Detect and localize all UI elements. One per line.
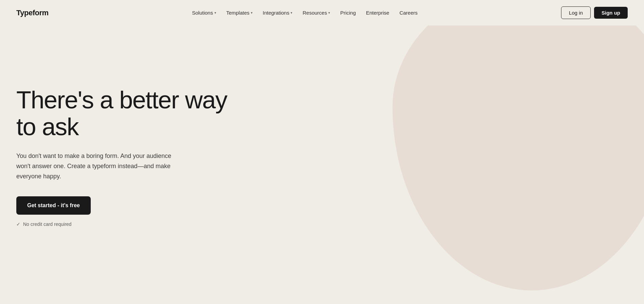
signup-button[interactable]: Sign up xyxy=(594,7,628,19)
no-credit-card-notice: ✓ No credit card required xyxy=(16,221,228,227)
checkmark-icon: ✓ xyxy=(16,221,20,227)
nav-item-careers[interactable]: Careers xyxy=(395,7,421,18)
nav-item-pricing[interactable]: Pricing xyxy=(336,7,360,18)
brand-logo[interactable]: Typeform xyxy=(16,8,49,17)
chevron-down-icon: ▾ xyxy=(328,11,330,15)
chevron-down-icon: ▾ xyxy=(291,11,292,15)
hero-subtext: You don't want to make a boring form. An… xyxy=(16,151,186,181)
navbar-actions: Log in Sign up xyxy=(561,6,628,19)
hero-headline: There's a better way to ask xyxy=(16,87,228,140)
navbar: Typeform Solutions ▾ Templates ▾ Integra… xyxy=(0,0,644,25)
nav-item-enterprise[interactable]: Enterprise xyxy=(362,7,393,18)
nav-item-templates[interactable]: Templates ▾ xyxy=(222,7,257,18)
nav-links: Solutions ▾ Templates ▾ Integrations ▾ R… xyxy=(188,7,422,18)
nav-item-resources[interactable]: Resources ▾ xyxy=(298,7,334,18)
hero-background-shape xyxy=(393,25,644,290)
chevron-down-icon: ▾ xyxy=(251,11,253,15)
hero-content: There's a better way to ask You don't wa… xyxy=(0,25,245,254)
cta-button[interactable]: Get started - it's free xyxy=(16,196,91,215)
nav-item-integrations[interactable]: Integrations ▾ xyxy=(259,7,296,18)
login-button[interactable]: Log in xyxy=(561,6,591,19)
hero-section: There's a better way to ask You don't wa… xyxy=(0,25,644,304)
no-cc-text: No credit card required xyxy=(23,221,71,227)
chevron-down-icon: ▾ xyxy=(214,11,216,15)
nav-item-solutions[interactable]: Solutions ▾ xyxy=(188,7,220,18)
